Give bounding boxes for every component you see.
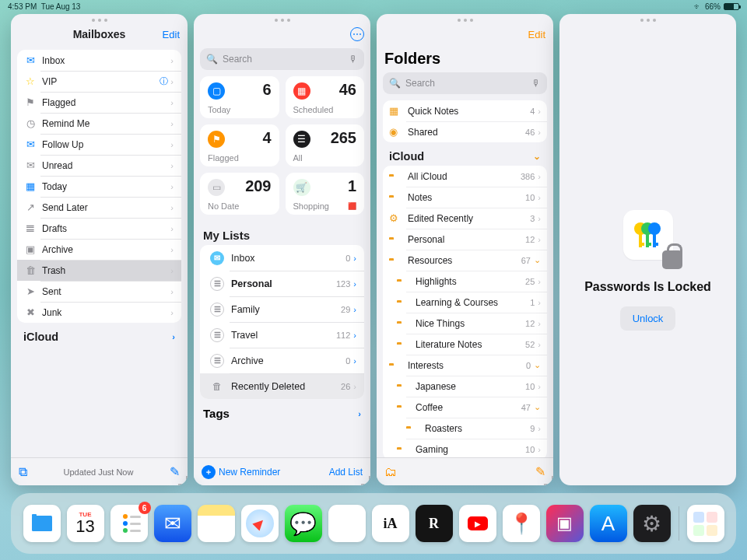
edit-button[interactable]: Edit: [528, 29, 545, 40]
mailbox-vip[interactable]: ☆VIPⓘ ›: [17, 71, 181, 92]
card-shopping[interactable]: 🛒1Shopping🟥: [286, 173, 365, 215]
chevron-right-icon: ›: [170, 98, 174, 107]
mailbox-flagged[interactable]: ⚑Flagged›: [17, 92, 181, 113]
clock-icon: ◷: [23, 117, 37, 131]
badge: 6: [139, 502, 151, 514]
folder-edited-recently[interactable]: ⚙︎Edited Recently3›: [383, 208, 547, 229]
dock-app-reminders[interactable]: 6: [110, 505, 148, 542]
list-archive[interactable]: ☰Archive0›: [200, 348, 364, 373]
card-nodate[interactable]: ▭209No Date: [200, 173, 279, 215]
folder-shared[interactable]: ◉Shared46›: [383, 121, 547, 142]
notes-account-row[interactable]: iCloud ⌄: [383, 142, 547, 166]
new-folder-button[interactable]: 🗂︎: [384, 465, 397, 479]
folder-notes[interactable]: Notes10›: [383, 187, 547, 208]
edit-button[interactable]: Edit: [163, 29, 180, 40]
search-field[interactable]: 🔍 Search 🎙: [383, 72, 547, 94]
mailbox-archive[interactable]: ▣Archive›: [17, 239, 181, 260]
mailbox-trash[interactable]: 🗑Trash›: [17, 260, 181, 281]
card-today[interactable]: ▢6Today: [200, 76, 279, 118]
chevron-icon: ›: [538, 214, 541, 223]
search-field[interactable]: 🔍 Search 🎙: [200, 48, 364, 70]
list-travel[interactable]: ☰Travel112›: [200, 322, 364, 348]
dock-app-appstore[interactable]: A: [590, 505, 627, 542]
battery-icon: [724, 3, 739, 10]
folder-highlights[interactable]: Highlights25›: [383, 271, 547, 292]
card-icon: ▦: [293, 82, 310, 100]
dock-app-ia[interactable]: iA: [372, 505, 409, 542]
folder-japanese[interactable]: Japanese10›: [383, 376, 547, 397]
chevron-icon: ⌄: [534, 402, 541, 412]
window-dots[interactable]: [377, 14, 553, 23]
folder-learning-&-courses[interactable]: Learning & Courses1›: [383, 292, 547, 313]
list-family[interactable]: ☰Family29›: [200, 296, 364, 322]
window-dots[interactable]: [559, 14, 736, 23]
tags-row[interactable]: Tags ›: [194, 399, 370, 428]
mailbox-junk[interactable]: ✖︎Junk›: [17, 302, 181, 323]
dock-app-mail[interactable]: ✉︎: [154, 505, 191, 542]
my-lists-header: My Lists: [194, 221, 370, 245]
folder-interests[interactable]: Interests0⌄: [383, 355, 547, 376]
mailbox-sent[interactable]: ➤Sent›: [17, 281, 181, 302]
mailbox-today[interactable]: ▦Today›: [17, 176, 181, 197]
card-flagged[interactable]: ⚑4Flagged: [200, 124, 279, 166]
mail-footer: ⧉ Updated Just Now ✎: [11, 457, 188, 485]
chevron-icon: ›: [538, 382, 541, 391]
plus-icon: ＋: [202, 465, 216, 479]
resize-handle[interactable]: [176, 474, 188, 485]
dock-app-files[interactable]: [23, 505, 61, 542]
mailbox-drafts[interactable]: 𝌆Drafts›: [17, 218, 181, 239]
dock-app-messages[interactable]: 💬: [285, 505, 322, 542]
resize-handle[interactable]: [542, 474, 553, 485]
window-dots[interactable]: [194, 14, 370, 23]
dock-app-photos[interactable]: ❇︎: [328, 505, 366, 542]
card-scheduled[interactable]: ▦46Scheduled: [286, 76, 365, 118]
list-personal[interactable]: ☰Personal123›: [200, 271, 364, 296]
dock-app-r[interactable]: R: [416, 505, 453, 542]
folder-nice-things[interactable]: Nice Things12›: [383, 313, 547, 334]
folder-roasters[interactable]: Roasters9›: [383, 418, 547, 439]
add-list-button[interactable]: Add List: [329, 467, 363, 478]
chevron-icon: ›: [538, 172, 541, 181]
dock-app-settings[interactable]: ⚙︎: [633, 505, 671, 542]
dock-app-youtube[interactable]: ▶: [459, 505, 496, 542]
folder-resources[interactable]: Resources67⌄: [383, 250, 547, 271]
mailbox-inbox[interactable]: ✉︎Inbox›: [17, 50, 181, 71]
folder-gaming[interactable]: Gaming10›: [383, 439, 547, 457]
dock-app-shortcuts[interactable]: ▣: [546, 505, 584, 542]
info-icon[interactable]: ⓘ: [160, 75, 168, 87]
folder-coffee[interactable]: Coffee47⌄: [383, 397, 547, 418]
star-icon: ☆: [23, 75, 37, 89]
more-button[interactable]: ⋯: [350, 27, 364, 41]
mail-account-row[interactable]: iCloud ›: [17, 323, 181, 346]
copies-icon[interactable]: ⧉: [19, 465, 27, 479]
dock-app-library[interactable]: [687, 505, 724, 542]
chevron-right-icon: ›: [170, 203, 174, 212]
mic-icon[interactable]: 🎙: [531, 78, 541, 89]
mic-icon[interactable]: 🎙: [349, 54, 358, 65]
trash-icon: 🗑: [23, 264, 37, 278]
card-all[interactable]: ☰265All: [286, 124, 365, 166]
dock-app-calendar[interactable]: TUE13: [67, 505, 104, 542]
dock-app-notes[interactable]: [198, 505, 235, 542]
resize-handle[interactable]: [359, 474, 370, 485]
folder-all-icloud[interactable]: All iCloud386›: [383, 166, 547, 187]
mailbox-send-later[interactable]: ↗Send Later›: [17, 197, 181, 218]
window-dots[interactable]: [11, 14, 188, 23]
mailbox-follow-up[interactable]: ✉︎Follow Up›: [17, 134, 181, 155]
list-icon: ☰: [208, 354, 226, 368]
mailbox-remind-me[interactable]: ◷Remind Me›: [17, 113, 181, 134]
card-icon: ▭: [208, 179, 225, 196]
chevron-right-icon: ›: [353, 382, 356, 391]
folder-quick-notes[interactable]: ▦Quick Notes4›: [383, 100, 547, 121]
chevron-icon: ›: [538, 445, 541, 454]
dock-app-maps[interactable]: 📍: [503, 505, 540, 542]
mailbox-unread[interactable]: ✉︎Unread›: [17, 155, 181, 176]
list-inbox[interactable]: ✉︎Inbox0›: [200, 245, 364, 271]
unlock-button[interactable]: Unlock: [620, 306, 676, 331]
dock-app-safari[interactable]: ▲: [241, 505, 279, 542]
mail-account-label: iCloud: [23, 331, 58, 343]
folder-personal[interactable]: Personal12›: [383, 229, 547, 250]
list-recently-deleted[interactable]: 🗑Recently Deleted26›: [200, 373, 364, 399]
new-reminder-button[interactable]: ＋ New Reminder: [202, 465, 280, 479]
folder-literature-notes[interactable]: Literature Notes52›: [383, 334, 547, 355]
